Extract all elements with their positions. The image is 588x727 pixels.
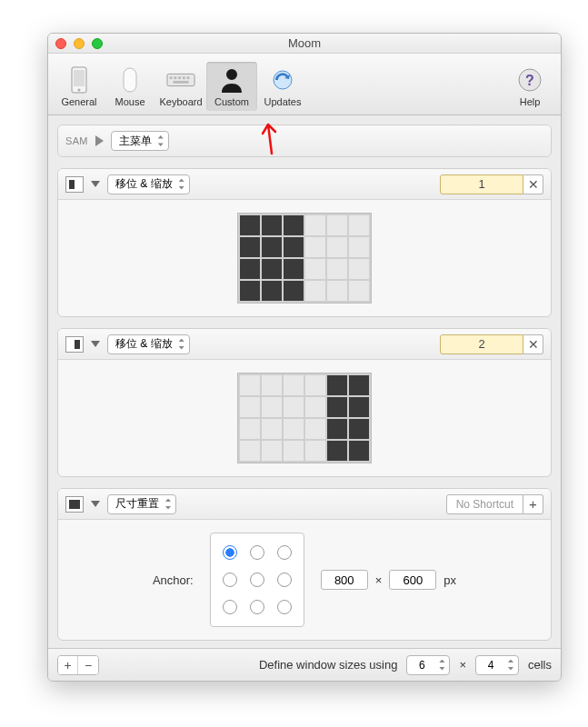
disclosure-icon[interactable]	[91, 501, 100, 507]
grid-cell[interactable]	[284, 419, 304, 439]
anchor-radio[interactable]	[250, 545, 264, 560]
grid-cell[interactable]	[240, 237, 260, 257]
grid-cell[interactable]	[327, 441, 347, 461]
width-field[interactable]	[321, 570, 368, 590]
grid-cell[interactable]	[305, 397, 325, 417]
play-icon[interactable]	[95, 135, 104, 146]
grid-cell[interactable]	[284, 281, 304, 301]
grid-cell[interactable]	[327, 215, 347, 235]
preview-swatch-left[interactable]	[65, 176, 84, 193]
anchor-radio[interactable]	[223, 545, 237, 560]
disclosure-icon[interactable]	[91, 181, 100, 187]
clear-shortcut-button[interactable]: ✕	[523, 334, 543, 354]
grid-cell[interactable]	[349, 281, 369, 301]
grid-cell[interactable]	[305, 441, 325, 461]
grid-cell[interactable]	[349, 259, 369, 279]
grid-cell[interactable]	[240, 259, 260, 279]
action-type-popup[interactable]: 移位 & 缩放	[107, 174, 190, 194]
preview-swatch-full[interactable]	[65, 496, 84, 513]
grid-cell[interactable]	[349, 397, 369, 417]
grid-cell[interactable]	[327, 375, 347, 395]
grid-cell[interactable]	[349, 441, 369, 461]
help-icon: ?	[515, 65, 544, 95]
tab-help[interactable]: ? Help	[504, 62, 555, 111]
anchor-radio[interactable]	[223, 600, 237, 614]
anchor-radio[interactable]	[277, 573, 292, 587]
grid-cell[interactable]	[305, 419, 325, 439]
anchor-radio[interactable]	[250, 600, 264, 614]
grid-cell[interactable]	[305, 215, 325, 235]
grid-cell[interactable]	[262, 237, 282, 257]
height-field[interactable]	[389, 570, 436, 590]
grid-cell[interactable]	[240, 375, 260, 395]
remove-action-button[interactable]: −	[78, 656, 98, 674]
grid-cols-stepper[interactable]: 6	[406, 655, 450, 675]
action-type-popup[interactable]: 移位 & 缩放	[107, 334, 190, 354]
grid-cell[interactable]	[305, 281, 325, 301]
grid-cell[interactable]	[262, 259, 282, 279]
clear-shortcut-button[interactable]: ✕	[523, 174, 543, 194]
anchor-radio[interactable]	[250, 573, 264, 587]
add-action-button[interactable]: +	[58, 656, 78, 674]
grid-cell[interactable]	[327, 281, 347, 301]
shortcut-field[interactable]: 1 ✕	[440, 174, 543, 194]
grid-cell[interactable]	[305, 375, 325, 395]
grid-cell[interactable]	[284, 237, 304, 257]
position-grid[interactable]	[237, 213, 372, 304]
anchor-radio[interactable]	[277, 600, 292, 614]
grid-cell[interactable]	[284, 441, 304, 461]
window-controls	[55, 38, 103, 49]
preview-swatch-right[interactable]	[65, 336, 84, 353]
tab-mouse[interactable]: Mouse	[105, 62, 155, 111]
action-type-popup[interactable]: 尺寸重置	[107, 494, 176, 514]
cells-label: cells	[528, 658, 552, 672]
grid-rows-stepper[interactable]: 4	[475, 655, 519, 675]
grid-cell[interactable]	[262, 215, 282, 235]
no-shortcut-label: No Shortcut	[446, 494, 523, 514]
grid-cell[interactable]	[284, 259, 304, 279]
zoom-button[interactable]	[92, 38, 103, 49]
mouse-icon	[115, 65, 145, 95]
close-button[interactable]	[55, 38, 66, 49]
grid-cell[interactable]	[284, 215, 304, 235]
minimize-button[interactable]	[74, 38, 85, 49]
anchor-grid[interactable]	[210, 533, 304, 627]
grid-cell[interactable]	[262, 441, 282, 461]
grid-cell[interactable]	[262, 397, 282, 417]
grid-cell[interactable]	[240, 397, 260, 417]
tab-general[interactable]: General	[54, 62, 105, 111]
toolbar: General Mouse Keyboard Custom Updates	[48, 54, 561, 115]
grid-cell[interactable]	[284, 397, 304, 417]
add-shortcut-button[interactable]: +	[523, 494, 543, 514]
tab-updates[interactable]: Updates	[257, 62, 308, 111]
grid-cell[interactable]	[262, 419, 282, 439]
grid-cell[interactable]	[240, 281, 260, 301]
grid-cell[interactable]	[327, 397, 347, 417]
grid-cell[interactable]	[262, 281, 282, 301]
shortcut-field[interactable]: No Shortcut +	[446, 494, 543, 514]
shortcut-field[interactable]: 2 ✕	[440, 334, 543, 354]
grid-cell[interactable]	[327, 237, 347, 257]
grid-cell[interactable]	[240, 215, 260, 235]
grid-cell[interactable]	[349, 215, 369, 235]
grid-cell[interactable]	[349, 237, 369, 257]
disclosure-icon[interactable]	[91, 341, 100, 347]
grid-cell[interactable]	[349, 419, 369, 439]
anchor-radio[interactable]	[223, 573, 237, 587]
anchor-radio[interactable]	[277, 545, 292, 560]
grid-cell[interactable]	[240, 419, 260, 439]
tab-custom[interactable]: Custom	[206, 62, 257, 111]
custom-action-1: 移位 & 缩放 1 ✕	[57, 168, 552, 317]
grid-cell[interactable]	[305, 259, 325, 279]
popup-label: 移位 & 缩放	[115, 336, 173, 352]
grid-cell[interactable]	[262, 375, 282, 395]
grid-cell[interactable]	[327, 259, 347, 279]
tab-keyboard[interactable]: Keyboard	[155, 62, 206, 111]
main-menu-popup[interactable]: 主菜单	[111, 131, 169, 151]
position-grid[interactable]	[237, 373, 372, 463]
grid-cell[interactable]	[349, 375, 369, 395]
grid-cell[interactable]	[284, 375, 304, 395]
grid-cell[interactable]	[240, 441, 260, 461]
grid-cell[interactable]	[305, 237, 325, 257]
grid-cell[interactable]	[327, 419, 347, 439]
